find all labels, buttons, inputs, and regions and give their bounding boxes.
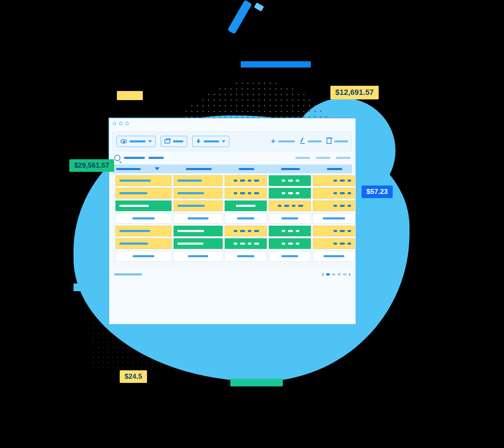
table-cell [313,175,355,186]
plus-icon: + [271,138,275,145]
print-icon [164,139,170,144]
pencil-underline [241,61,311,68]
table-row[interactable] [115,188,349,198]
search-row [109,151,356,164]
floating-value-right: $57.23 [362,186,393,198]
table-cell [174,226,223,236]
table-cell [174,213,223,224]
floating-chip-blank-teal [230,379,283,386]
data-grid [113,164,352,267]
table-cell [313,251,355,261]
table-cell [115,238,172,249]
trash-icon [327,139,331,144]
floating-chip-blank-yellow [117,91,143,100]
search-text-placeholder-2[interactable] [148,157,164,159]
app-window: + [108,118,356,325]
table-cell [225,251,267,261]
pager-next-icon[interactable]: › [349,271,351,278]
table-cell [313,213,355,224]
column-header[interactable] [314,167,356,170]
table-cell [174,188,223,198]
column-header[interactable] [270,167,312,170]
table-cell [174,251,223,261]
view-label-placeholder [130,140,146,142]
floating-value-left: $29,561.57 [69,159,114,172]
table-cell [269,251,311,261]
table-cell [115,175,172,186]
table-cell [313,238,355,249]
download-icon [196,139,201,144]
table-row[interactable] [115,213,349,224]
table-cell [225,175,267,186]
search-icon[interactable] [114,155,120,161]
table-row[interactable] [115,201,349,211]
sort-caret-icon [155,167,160,170]
table-cell [225,226,267,236]
window-control-min[interactable] [119,122,122,125]
toolbar: + [113,132,352,151]
edit-label-placeholder [308,140,322,142]
filter-pill[interactable] [295,157,310,159]
grid-footer: ‹ › [109,267,356,283]
table-cell [174,238,223,249]
floating-value-bottom: $24.5 [120,370,147,383]
add-label-placeholder [278,140,295,142]
table-cell [115,226,172,236]
pager-page[interactable] [332,273,335,275]
table-cell [269,213,311,224]
edit-action[interactable] [300,139,322,144]
delete-label-placeholder [334,140,348,142]
print-label-placeholder [173,140,183,142]
view-dropdown[interactable] [117,136,156,147]
table-cell [313,201,355,211]
table-cell [115,188,172,198]
table-cell [313,226,355,236]
table-cell [115,213,172,224]
print-button[interactable] [161,136,187,147]
filter-pills [295,157,351,159]
table-cell [269,188,311,198]
table-cell [269,201,311,211]
chevron-down-icon [222,140,225,142]
window-control-max[interactable] [125,122,129,125]
table-cell [269,238,311,249]
chevron-down-icon [148,140,152,142]
table-cell [269,226,311,236]
column-header[interactable] [116,167,172,170]
filter-pill[interactable] [316,157,330,159]
pager-page[interactable] [343,273,346,275]
export-dropdown[interactable] [192,136,229,147]
table-cell [269,175,311,186]
table-cell [225,213,267,224]
add-action[interactable]: + [271,138,295,145]
table-cell [225,188,267,198]
floating-value-top-right: $12,691.57 [330,86,379,99]
grid-body [113,173,352,267]
window-titlebar [109,118,356,129]
table-row[interactable] [115,175,349,186]
export-label-placeholder [204,140,219,142]
window-control-close[interactable] [113,122,116,125]
table-cell [115,201,172,211]
table-row[interactable] [115,238,349,249]
filter-pill[interactable] [336,157,351,159]
pager[interactable]: ‹ › [322,271,351,278]
table-cell [225,201,267,211]
eye-icon [120,139,127,144]
table-row[interactable] [115,226,349,236]
search-text-placeholder[interactable] [124,157,145,159]
pager-prev-icon[interactable]: ‹ [322,271,324,278]
column-header[interactable] [174,167,223,170]
table-cell [313,188,355,198]
column-header[interactable] [225,167,267,170]
pager-page[interactable] [326,273,330,275]
pager-page[interactable] [337,273,341,275]
table-cell [174,175,223,186]
table-row[interactable] [115,251,349,261]
pencil-icon [300,139,305,144]
table-cell [115,251,172,261]
footer-summary-placeholder [114,273,142,275]
delete-action[interactable] [327,139,348,144]
table-cell [225,238,267,249]
table-cell [174,201,223,211]
